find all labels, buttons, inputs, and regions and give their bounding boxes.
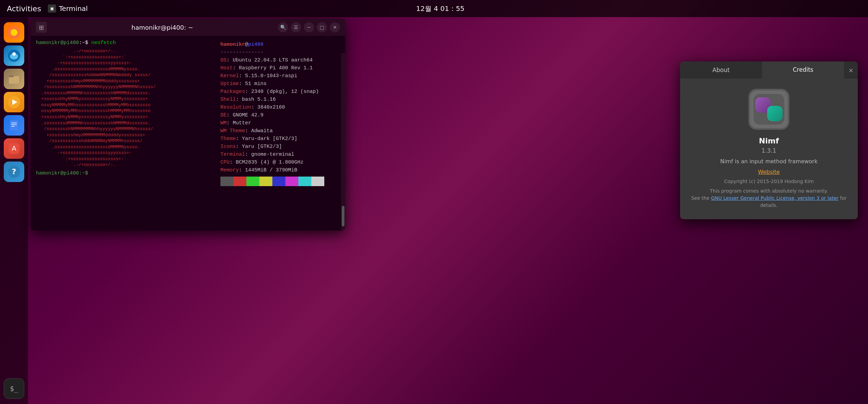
terminal-topbar-icon: ▣ <box>48 4 56 13</box>
info-val-kernel: : 5.15.0-1043-raspi <box>239 72 297 80</box>
terminal-info-section: hamonikr@pi400 -------------- OS: Ubuntu… <box>214 39 340 227</box>
terminal-titlebar-left: ⊞ <box>36 22 47 33</box>
about-titlebar: About Credits × <box>680 61 858 79</box>
svg-rect-11 <box>11 124 17 125</box>
close-button[interactable]: ✕ <box>330 22 340 32</box>
info-val-packages: : 2340 (dpkg), 12 (snap) <box>245 88 319 95</box>
dock-icon-thunderbird[interactable] <box>4 45 24 66</box>
terminal-window-title: hamonikr@pi400: ~ <box>47 24 278 31</box>
dock-icon-rhythmbox[interactable] <box>4 92 24 112</box>
info-val-de: : GNOME 42.9 <box>227 112 263 119</box>
info-wmtheme: WM Theme: Adwaita <box>220 127 340 135</box>
svg-text:A: A <box>12 144 16 152</box>
terminal-scrollbar[interactable] <box>341 53 345 231</box>
tab-about[interactable]: About <box>680 61 762 79</box>
info-hostname: pi400 <box>248 41 263 48</box>
color-block-1 <box>233 177 246 186</box>
info-val-os: : Ubuntu 22.04.3 LTS aarch64 <box>227 57 313 64</box>
color-block-3 <box>259 177 272 186</box>
info-host: Host: Raspberry Pi 400 Rev 1.1 <box>220 65 340 72</box>
svg-rect-6 <box>9 75 14 77</box>
app-name: Nimf <box>759 137 779 145</box>
app-version: 1.3.1 <box>761 147 776 154</box>
minimize-button[interactable]: ─ <box>304 22 314 32</box>
new-tab-button[interactable]: ⊞ <box>36 22 47 33</box>
svg-point-4 <box>12 52 16 56</box>
color-block-0 <box>220 177 233 186</box>
dock-icon-files[interactable] <box>4 69 24 89</box>
info-key-terminal: Terminal <box>220 151 245 158</box>
topbar-terminal-label: ▣ Terminal <box>48 4 88 13</box>
info-val-wmtheme: : Adwaita <box>245 127 273 135</box>
info-resolution: Resolution: 3840x2160 <box>220 104 340 111</box>
color-block-6 <box>298 177 311 186</box>
app-copyright: Copyright (c) 2015-2019 Hodong Kim <box>724 179 814 184</box>
bottom-prompt-user: hamonikr@pi400 <box>36 170 79 176</box>
info-memory: Memory: 1445MiB / 3790MiB <box>220 167 340 174</box>
svg-rect-12 <box>11 126 15 127</box>
firefox-icon <box>7 26 21 39</box>
command-text: neofetch <box>88 40 116 46</box>
prompt-user: hamonikr@pi400 <box>36 40 79 46</box>
tab-credits[interactable]: Credits <box>762 61 844 79</box>
info-cpu: CPU: BCM2835 (4) @ 1.800GHz <box>220 159 340 166</box>
files-icon <box>7 72 21 86</box>
menu-button[interactable]: ☰ <box>291 22 301 32</box>
info-key-kernel: Kernel <box>220 72 239 80</box>
warranty-text-1: This program comes with absolutely no wa… <box>710 188 828 194</box>
terminal-titlebar-right: 🔍 ☰ ─ □ ✕ <box>278 22 340 32</box>
license-link[interactable]: GNU Lesser General Public License, versi… <box>711 195 839 201</box>
info-val-uptime: : 51 mins <box>239 80 267 87</box>
info-val-cpu: : BCM2835 (4) @ 1.800GHz <box>230 159 303 166</box>
terminal-content-area: hamonikr@pi400:~$ neofetch .-/+oossssoo+… <box>31 36 345 231</box>
website-link[interactable]: Website <box>758 169 780 175</box>
info-de: DE: GNOME 42.9 <box>220 112 340 119</box>
info-uptime: Uptime: 51 mins <box>220 80 340 87</box>
prompt-cmd: :~$ <box>79 40 88 46</box>
info-key-de: DE <box>220 112 227 119</box>
info-val-wm: : Mutter <box>227 120 251 127</box>
color-block-4 <box>272 177 285 186</box>
ascii-art: .-/+oossssoo+/-. `:+ssssssssssssssssss+:… <box>36 48 214 168</box>
maximize-button[interactable]: □ <box>317 22 327 32</box>
dock-icon-firefox[interactable] <box>4 22 24 43</box>
svg-rect-10 <box>11 123 17 123</box>
info-key-cpu: CPU <box>220 159 230 166</box>
info-terminal: Terminal: gnome-terminal <box>220 151 340 158</box>
info-key-memory: Memory <box>220 167 239 174</box>
info-at-symbol: @ <box>245 41 248 48</box>
info-key-wm: WM <box>220 120 227 127</box>
color-blocks <box>220 177 340 186</box>
appstore-icon: A <box>7 142 21 155</box>
search-button[interactable]: 🔍 <box>278 22 288 32</box>
warranty-text-2: See the <box>691 195 710 201</box>
dock-icon-appstore[interactable]: A <box>4 138 24 159</box>
activities-button[interactable]: Activities <box>7 4 41 13</box>
info-separator-line: -------------- <box>220 49 340 56</box>
dock-icon-help[interactable]: ? <box>4 162 24 182</box>
initial-prompt-line: hamonikr@pi400:~$ neofetch <box>36 39 214 46</box>
svg-rect-9 <box>10 120 18 130</box>
svg-text:?: ? <box>12 167 16 176</box>
info-key-shell: Shell <box>220 96 236 103</box>
dock-icon-writer[interactable] <box>4 115 24 136</box>
writer-icon <box>7 119 21 132</box>
nimf-app-icon <box>750 90 788 128</box>
info-header: hamonikr@pi400 <box>220 41 340 48</box>
color-block-5 <box>285 177 298 186</box>
info-theme: Theme: Yaru-dark [GTK2/3] <box>220 135 340 142</box>
info-val-host: : Raspberry Pi 400 Rev 1.1 <box>233 65 313 72</box>
color-block-7 <box>311 177 324 186</box>
info-os: OS: Ubuntu 22.04.3 LTS aarch64 <box>220 57 340 64</box>
about-dialog: About Credits × <box>680 61 858 219</box>
info-key-os: OS <box>220 57 227 64</box>
info-val-shell: : bash 5.1.16 <box>236 96 276 103</box>
info-val-theme: : Yaru-dark [GTK2/3] <box>236 135 297 142</box>
scrollbar-thumb[interactable] <box>342 206 344 226</box>
dock-icon-terminal[interactable]: $_ <box>4 378 24 399</box>
topbar-left: Activities ▣ Terminal <box>7 4 88 13</box>
about-close-button[interactable]: × <box>844 61 858 79</box>
terminal-window: ⊞ hamonikr@pi400: ~ 🔍 ☰ ─ □ ✕ hamonikr@p… <box>31 19 345 231</box>
terminal-titlebar: ⊞ hamonikr@pi400: ~ 🔍 ☰ ─ □ ✕ <box>31 19 345 36</box>
svg-point-1 <box>11 29 17 36</box>
